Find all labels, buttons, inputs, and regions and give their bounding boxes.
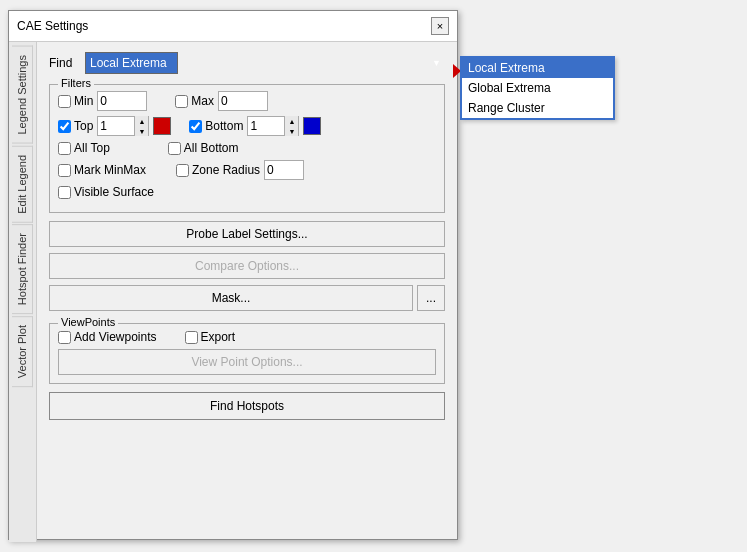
all-top-checkbox-label[interactable]: All Top [58,141,110,155]
cae-settings-dialog: CAE Settings × Legend Settings Edit Lege… [8,10,458,540]
export-checkbox[interactable] [185,331,198,344]
dropdown-item-local-extrema[interactable]: Local Extrema [462,58,613,78]
filters-label: Filters [58,77,94,89]
mark-minmax-checkbox[interactable] [58,164,71,177]
mark-minmax-checkbox-label[interactable]: Mark MinMax [58,163,146,177]
all-bottom-label: All Bottom [184,141,239,155]
mask-button[interactable]: Mask... [49,285,413,311]
top-spin-buttons: ▲ ▼ [134,116,148,136]
dialog-title: CAE Settings [17,19,88,33]
max-checkbox[interactable] [175,95,188,108]
find-dropdown-popup: Local Extrema Global Extrema Range Clust… [460,56,615,120]
mask-row: Mask... ... [49,285,445,311]
max-input[interactable] [218,91,268,111]
bottom-spin-buttons: ▲ ▼ [284,116,298,136]
min-checkbox-label[interactable]: Min [58,94,93,108]
all-top-label: All Top [74,141,110,155]
find-label: Find [49,56,77,70]
visible-surface-label: Visible Surface [74,185,154,199]
compare-options-button[interactable]: Compare Options... [49,253,445,279]
close-button[interactable]: × [431,17,449,35]
bottom-spin-up[interactable]: ▲ [284,116,298,126]
top-spinbox: ▲ ▼ [97,116,149,136]
mark-zone-row: Mark MinMax Zone Radius [58,160,436,180]
all-top-bottom-row: All Top All Bottom [58,141,436,155]
find-hotspots-button[interactable]: Find Hotspots [49,392,445,420]
dropdown-item-global-extrema[interactable]: Global Extrema [462,78,613,98]
find-select-wrapper: Local Extrema Global Extrema Range Clust… [85,52,445,74]
visible-surface-checkbox[interactable] [58,186,71,199]
tab-legend-settings[interactable]: Legend Settings [12,46,33,144]
mark-minmax-label: Mark MinMax [74,163,146,177]
min-max-row: Min Max [58,91,436,111]
top-spin-down[interactable]: ▼ [134,126,148,136]
min-checkbox[interactable] [58,95,71,108]
bottom-spinbox: ▲ ▼ [247,116,299,136]
all-top-checkbox[interactable] [58,142,71,155]
visible-surface-checkbox-label[interactable]: Visible Surface [58,185,154,199]
top-bottom-row: Top ▲ ▼ Bottom [58,116,436,136]
bottom-color-swatch[interactable] [303,117,321,135]
add-viewpoints-checkbox[interactable] [58,331,71,344]
bottom-spin-down[interactable]: ▼ [284,126,298,136]
visible-surface-row: Visible Surface [58,185,436,199]
zone-radius-checkbox-label[interactable]: Zone Radius [176,163,260,177]
add-viewpoints-label: Add Viewpoints [74,330,157,344]
title-bar: CAE Settings × [9,11,457,42]
view-point-options-button[interactable]: View Point Options... [58,349,436,375]
dropdown-item-range-cluster[interactable]: Range Cluster [462,98,613,118]
max-checkbox-label[interactable]: Max [175,94,214,108]
tab-edit-legend[interactable]: Edit Legend [12,146,33,223]
top-color-swatch[interactable] [153,117,171,135]
export-label: Export [201,330,236,344]
zone-radius-input[interactable] [264,160,304,180]
top-label: Top [74,119,93,133]
vertical-tabs: Legend Settings Edit Legend Hotspot Find… [9,42,37,542]
viewpoints-label: ViewPoints [58,316,118,328]
bottom-label: Bottom [205,119,243,133]
filters-group: Filters Min Max [49,84,445,213]
bottom-checkbox[interactable] [189,120,202,133]
find-select[interactable]: Local Extrema Global Extrema Range Clust… [85,52,178,74]
zone-radius-checkbox[interactable] [176,164,189,177]
min-label: Min [74,94,93,108]
max-label: Max [191,94,214,108]
probe-label-button[interactable]: Probe Label Settings... [49,221,445,247]
ellipsis-button[interactable]: ... [417,285,445,311]
add-viewpoints-checkbox-label[interactable]: Add Viewpoints [58,330,157,344]
top-checkbox-label[interactable]: Top [58,119,93,133]
find-row: Find Local Extrema Global Extrema Range … [49,52,445,74]
all-bottom-checkbox[interactable] [168,142,181,155]
viewpoints-row: Add Viewpoints Export [58,330,436,344]
tab-vector-plot[interactable]: Vector Plot [12,316,33,387]
bottom-checkbox-label[interactable]: Bottom [189,119,243,133]
min-input[interactable] [97,91,147,111]
zone-radius-label: Zone Radius [192,163,260,177]
dialog-body: Legend Settings Edit Legend Hotspot Find… [9,42,457,542]
viewpoints-group: ViewPoints Add Viewpoints Export View Po… [49,323,445,384]
main-content: Find Local Extrema Global Extrema Range … [37,42,457,542]
tab-hotspot-finder[interactable]: Hotspot Finder [12,224,33,314]
top-checkbox[interactable] [58,120,71,133]
bottom-input[interactable] [248,117,284,135]
top-spin-up[interactable]: ▲ [134,116,148,126]
export-checkbox-label[interactable]: Export [185,330,236,344]
all-bottom-checkbox-label[interactable]: All Bottom [168,141,239,155]
top-input[interactable] [98,117,134,135]
